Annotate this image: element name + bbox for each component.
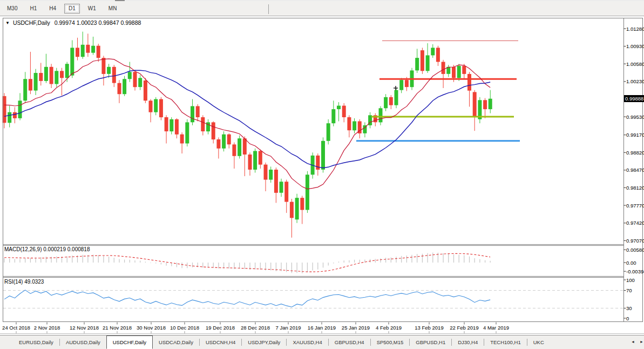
macd-axis-label: -0.00394 [626, 269, 644, 274]
date-axis-label: 12 Nov 2018 [65, 325, 103, 331]
symbol-period-label: USDCHF,Daily [13, 19, 50, 26]
chart-tab-tech100[interactable]: TECH100,H1 [484, 336, 527, 349]
rsi-axis-label: 100 [626, 277, 635, 283]
chart-tab-usdchf[interactable]: USDCHF,Daily [106, 335, 153, 349]
date-axis-label: 7 Jan 2019 [269, 325, 307, 331]
price-axis-label: 1.00230 [626, 78, 644, 84]
rsi-axis-label: 0 [626, 316, 629, 321]
chart-tab-sp500[interactable]: SP500,M15 [371, 336, 410, 349]
macd-indicator-label: MACD(12,26,9) 0.000219 0.000818 [4, 246, 90, 252]
rsi-indicator-label: RSI(14) 49.0323 [4, 279, 44, 285]
chart-tab-ukc[interactable]: UKC [527, 336, 550, 349]
date-axis-label: 28 Dec 2018 [236, 325, 274, 331]
price-axis-label: 0.98820 [626, 150, 644, 156]
chart-tab-audusd[interactable]: AUDUSD,Daily [60, 336, 106, 349]
chart-tab-bar: EURUSD,DailyAUDUSD,DailyUSDCHF,DailyUSDC… [0, 335, 644, 349]
price-axis-label: 0.99170 [626, 132, 644, 138]
ohlc-values: 0.99974 1.00023 0.99847 0.99888 [55, 19, 141, 26]
price-axis-label: 1.01280 [626, 26, 644, 32]
chart-tab-gbpusd[interactable]: GBPUSD,H4 [329, 336, 370, 349]
price-axis-label: 0.97070 [626, 238, 644, 244]
tab-list: EURUSD,DailyAUDUSD,DailyUSDCHF,DailyUSDC… [13, 335, 550, 349]
date-axis-label: 30 Nov 2018 [132, 325, 170, 331]
price-axis-label: 0.98120 [626, 185, 644, 191]
date-axis-label: 19 Dec 2018 [201, 325, 239, 331]
date-axis-label: 21 Nov 2018 [98, 325, 136, 331]
tab-scroll-left-icon[interactable]: ◄ [631, 340, 635, 344]
price-axis-label: 0.99530 [626, 114, 644, 120]
date-axis-label: 13 Feb 2019 [410, 325, 448, 331]
price-axis-label: 0.97770 [626, 203, 644, 209]
date-axis-label: 10 Dec 2018 [166, 325, 204, 331]
chart-tab-usdcnh[interactable]: USDCNH,H4 [200, 336, 241, 349]
current-price-tag: 0.99888 [624, 95, 644, 102]
chart-tab-gbpusd[interactable]: GBPUSD,H1 [410, 336, 451, 349]
chart-tab-usdcad[interactable]: USDCAD,Daily [153, 336, 199, 349]
chart-tab-eurusd[interactable]: EURUSD,Daily [13, 336, 59, 349]
chart-title: ▼ USDCHF,Daily 0.99974 1.00023 0.99847 0… [5, 19, 141, 26]
price-axis-label: 1.00930 [626, 43, 644, 49]
chart-tab-usdjpy[interactable]: USDJPY,Daily [242, 336, 286, 349]
price-axis-label: 0.97420 [626, 220, 644, 226]
chart-tab-dj30[interactable]: DJ30,H4 [452, 336, 484, 349]
mt4-chart-window: M30H1H4D1W1MN ▼ USDCHF,Daily 0.99974 1.0… [0, 0, 644, 349]
price-axis-label: 1.00580 [626, 61, 644, 67]
date-axis-label: 16 Jan 2019 [303, 325, 341, 331]
date-axis-label: 4 Mar 2019 [477, 325, 515, 331]
price-axis-label: 0.98470 [626, 167, 644, 173]
rsi-axis-label: 70 [626, 287, 632, 293]
tab-bar-spacer [0, 342, 13, 343]
date-axis-label: 25 Jan 2019 [337, 325, 375, 331]
macd-axis-label: 0.00580 [626, 247, 644, 253]
rsi-axis-label: 30 [626, 305, 632, 311]
date-axis-label: 4 Feb 2019 [370, 325, 408, 331]
symbol-dropdown-icon[interactable]: ▼ [5, 21, 10, 25]
chart-tab-xauusd[interactable]: XAUUSD,H4 [287, 336, 328, 349]
date-axis-label: 2 Nov 2018 [28, 325, 66, 331]
chart-canvas[interactable] [0, 0, 644, 349]
tab-scroll-right-icon[interactable]: ► [640, 340, 643, 344]
macd-axis-label: 0.00 [626, 260, 636, 266]
